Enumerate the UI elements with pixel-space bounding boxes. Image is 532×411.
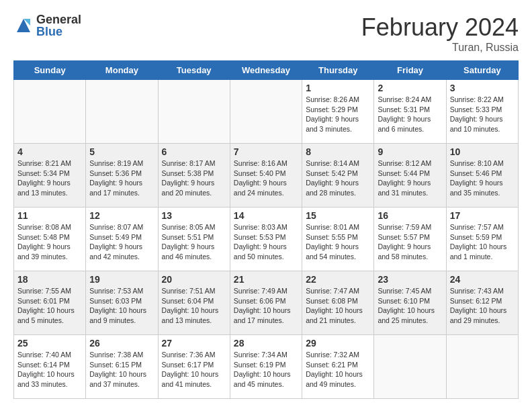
day-info: Sunrise: 8:12 AM Sunset: 5:44 PM Dayligh…	[378, 158, 442, 198]
logo-general-text: General	[36, 13, 81, 26]
calendar-week-4: 18Sunrise: 7:55 AM Sunset: 6:01 PM Dayli…	[14, 271, 519, 335]
day-info: Sunrise: 7:51 AM Sunset: 6:04 PM Dayligh…	[162, 286, 226, 326]
calendar-cell: 17Sunrise: 7:57 AM Sunset: 5:59 PM Dayli…	[446, 208, 518, 271]
day-info: Sunrise: 8:17 AM Sunset: 5:38 PM Dayligh…	[162, 158, 226, 198]
day-info: Sunrise: 8:01 AM Sunset: 5:55 PM Dayligh…	[306, 222, 370, 262]
day-info: Sunrise: 7:38 AM Sunset: 6:15 PM Dayligh…	[89, 350, 154, 390]
calendar-body: 1Sunrise: 8:26 AM Sunset: 5:29 PM Daylig…	[14, 80, 519, 399]
header-day-thursday: Thursday	[302, 61, 374, 80]
day-number: 7	[234, 146, 298, 157]
calendar-cell: 24Sunrise: 7:43 AM Sunset: 6:12 PM Dayli…	[446, 271, 518, 335]
day-info: Sunrise: 7:40 AM Sunset: 6:14 PM Dayligh…	[17, 350, 82, 390]
day-number: 14	[234, 210, 298, 221]
calendar-cell	[446, 335, 518, 399]
day-info: Sunrise: 8:24 AM Sunset: 5:31 PM Dayligh…	[378, 95, 442, 134]
day-info: Sunrise: 7:53 AM Sunset: 6:03 PM Dayligh…	[89, 286, 154, 326]
day-info: Sunrise: 8:10 AM Sunset: 5:46 PM Dayligh…	[450, 158, 515, 198]
day-number: 26	[89, 338, 154, 349]
day-number: 23	[378, 274, 442, 285]
logo-blue-text: Blue	[36, 26, 81, 38]
day-number: 1	[306, 83, 370, 93]
calendar-cell: 26Sunrise: 7:38 AM Sunset: 6:15 PM Dayli…	[86, 335, 158, 399]
day-info: Sunrise: 8:22 AM Sunset: 5:33 PM Dayligh…	[450, 95, 515, 134]
calendar-header-row: SundayMondayTuesdayWednesdayThursdayFrid…	[14, 61, 519, 80]
day-number: 16	[378, 210, 442, 221]
logo: General Blue	[13, 13, 81, 38]
day-number: 22	[306, 274, 370, 285]
day-info: Sunrise: 8:26 AM Sunset: 5:29 PM Dayligh…	[306, 95, 370, 134]
day-info: Sunrise: 8:03 AM Sunset: 5:53 PM Dayligh…	[234, 222, 298, 262]
calendar-cell: 28Sunrise: 7:34 AM Sunset: 6:19 PM Dayli…	[230, 335, 302, 399]
day-number: 2	[378, 83, 442, 93]
calendar-week-1: 1Sunrise: 8:26 AM Sunset: 5:29 PM Daylig…	[14, 80, 519, 144]
calendar-cell: 25Sunrise: 7:40 AM Sunset: 6:14 PM Dayli…	[14, 335, 86, 399]
day-info: Sunrise: 7:32 AM Sunset: 6:21 PM Dayligh…	[306, 350, 370, 390]
day-number: 13	[162, 210, 226, 221]
calendar-table: SundayMondayTuesdayWednesdayThursdayFrid…	[13, 60, 519, 399]
day-number: 10	[450, 146, 515, 157]
calendar-cell: 6Sunrise: 8:17 AM Sunset: 5:38 PM Daylig…	[158, 144, 230, 208]
day-info: Sunrise: 8:21 AM Sunset: 5:34 PM Dayligh…	[17, 158, 82, 198]
calendar-cell: 11Sunrise: 8:08 AM Sunset: 5:48 PM Dayli…	[14, 208, 86, 271]
day-number: 12	[89, 210, 154, 221]
header-day-tuesday: Tuesday	[158, 61, 230, 80]
day-info: Sunrise: 8:16 AM Sunset: 5:40 PM Dayligh…	[234, 158, 298, 198]
day-number: 28	[234, 338, 298, 349]
day-number: 29	[306, 338, 370, 349]
calendar-cell: 15Sunrise: 8:01 AM Sunset: 5:55 PM Dayli…	[302, 208, 374, 271]
day-info: Sunrise: 8:05 AM Sunset: 5:51 PM Dayligh…	[162, 222, 226, 262]
calendar-cell: 20Sunrise: 7:51 AM Sunset: 6:04 PM Dayli…	[158, 271, 230, 335]
day-info: Sunrise: 7:57 AM Sunset: 5:59 PM Dayligh…	[450, 222, 515, 262]
calendar-cell	[86, 80, 158, 144]
calendar-cell: 1Sunrise: 8:26 AM Sunset: 5:29 PM Daylig…	[302, 80, 374, 144]
day-number: 21	[234, 274, 298, 285]
day-number: 24	[450, 274, 515, 285]
calendar-cell: 5Sunrise: 8:19 AM Sunset: 5:36 PM Daylig…	[86, 144, 158, 208]
day-info: Sunrise: 7:55 AM Sunset: 6:01 PM Dayligh…	[17, 286, 82, 326]
day-number: 8	[306, 146, 370, 157]
calendar-cell: 14Sunrise: 8:03 AM Sunset: 5:53 PM Dayli…	[230, 208, 302, 271]
day-info: Sunrise: 7:34 AM Sunset: 6:19 PM Dayligh…	[234, 350, 298, 390]
calendar-cell: 2Sunrise: 8:24 AM Sunset: 5:31 PM Daylig…	[374, 80, 446, 144]
calendar-cell: 7Sunrise: 8:16 AM Sunset: 5:40 PM Daylig…	[230, 144, 302, 208]
day-number: 11	[17, 210, 82, 221]
day-number: 15	[306, 210, 370, 221]
day-number: 3	[450, 83, 515, 93]
header-day-sunday: Sunday	[14, 61, 86, 80]
logo-icon	[13, 15, 34, 36]
day-info: Sunrise: 7:59 AM Sunset: 5:57 PM Dayligh…	[378, 222, 442, 262]
calendar-cell: 8Sunrise: 8:14 AM Sunset: 5:42 PM Daylig…	[302, 144, 374, 208]
day-info: Sunrise: 7:49 AM Sunset: 6:06 PM Dayligh…	[234, 286, 298, 326]
header-day-friday: Friday	[374, 61, 446, 80]
day-info: Sunrise: 8:14 AM Sunset: 5:42 PM Dayligh…	[306, 158, 370, 198]
day-number: 20	[162, 274, 226, 285]
header-day-saturday: Saturday	[446, 61, 518, 80]
day-number: 17	[450, 210, 515, 221]
day-number: 9	[378, 146, 442, 157]
calendar-cell	[374, 335, 446, 399]
calendar-cell: 19Sunrise: 7:53 AM Sunset: 6:03 PM Dayli…	[86, 271, 158, 335]
header: General Blue February 2024 Turan, Russia	[13, 13, 519, 54]
day-info: Sunrise: 7:47 AM Sunset: 6:08 PM Dayligh…	[306, 286, 370, 326]
day-info: Sunrise: 7:45 AM Sunset: 6:10 PM Dayligh…	[378, 286, 442, 326]
calendar-cell: 23Sunrise: 7:45 AM Sunset: 6:10 PM Dayli…	[374, 271, 446, 335]
calendar-cell	[158, 80, 230, 144]
day-info: Sunrise: 7:43 AM Sunset: 6:12 PM Dayligh…	[450, 286, 515, 326]
calendar-cell	[14, 80, 86, 144]
calendar-cell: 9Sunrise: 8:12 AM Sunset: 5:44 PM Daylig…	[374, 144, 446, 208]
day-number: 6	[162, 146, 226, 157]
calendar-cell: 18Sunrise: 7:55 AM Sunset: 6:01 PM Dayli…	[14, 271, 86, 335]
calendar-cell: 16Sunrise: 7:59 AM Sunset: 5:57 PM Dayli…	[374, 208, 446, 271]
calendar-cell: 27Sunrise: 7:36 AM Sunset: 6:17 PM Dayli…	[158, 335, 230, 399]
calendar-cell: 3Sunrise: 8:22 AM Sunset: 5:33 PM Daylig…	[446, 80, 518, 144]
day-info: Sunrise: 7:36 AM Sunset: 6:17 PM Dayligh…	[162, 350, 226, 390]
title-area: February 2024 Turan, Russia	[361, 13, 519, 54]
day-info: Sunrise: 8:19 AM Sunset: 5:36 PM Dayligh…	[89, 158, 154, 198]
day-info: Sunrise: 8:07 AM Sunset: 5:49 PM Dayligh…	[89, 222, 154, 262]
calendar-cell: 21Sunrise: 7:49 AM Sunset: 6:06 PM Dayli…	[230, 271, 302, 335]
calendar-cell: 10Sunrise: 8:10 AM Sunset: 5:46 PM Dayli…	[446, 144, 518, 208]
day-number: 5	[89, 146, 154, 157]
calendar-cell	[230, 80, 302, 144]
calendar-week-5: 25Sunrise: 7:40 AM Sunset: 6:14 PM Dayli…	[14, 335, 519, 399]
day-number: 19	[89, 274, 154, 285]
